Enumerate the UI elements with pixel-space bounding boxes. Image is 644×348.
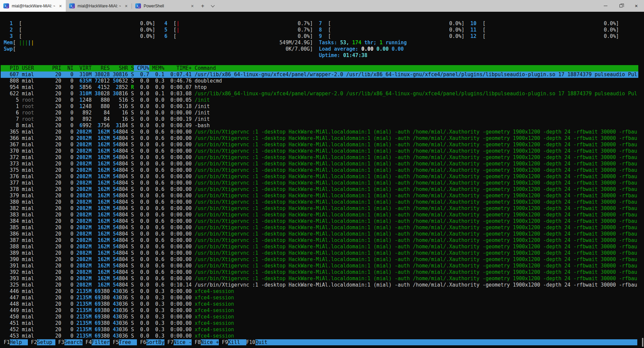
process-row-452[interactable]: 452 mial 20 0 2135M 69380 43036 S 0.0 0.… [1,327,638,333]
process-row-384[interactable]: 384 mial 20 0 2082M 162M 54804 S 0.0 0.6… [1,218,638,225]
close-button[interactable]: ✕ [629,0,644,12]
process-row-385[interactable]: 385 mial 20 0 2082M 162M 54804 S 0.0 0.6… [1,225,638,231]
process-row-383[interactable]: 383 mial 20 0 2082M 162M 54804 S 0.0 0.6… [1,212,638,218]
process-row-448[interactable]: 448 mial 20 0 2135M 69380 43036 S 0.0 0.… [1,301,638,307]
process-row-379[interactable]: 379 mial 20 0 2082M 162M 54804 S 0.0 0.6… [1,193,638,199]
process-row-380[interactable]: 380 mial 20 0 2082M 162M 54804 S 0.0 0.6… [1,199,638,205]
text-segment: 0.6 [149,212,164,218]
fkey-label-F7[interactable]: Nice - [174,339,192,345]
process-row-325[interactable]: 325 mial 20 0 2082M 162M 54804 S 0.0 0.6… [1,282,638,288]
tab-dropdown-button[interactable] [208,0,218,12]
process-row-386[interactable]: 386 mial 20 0 2082M 162M 54804 S 0.0 0.6… [1,231,638,237]
text-segment [73,167,77,173]
process-row-375[interactable]: 375 mial 20 0 2082M 162M 54804 S 0.0 0.6… [1,167,638,173]
text-segment: mial [22,161,49,167]
text-segment [110,97,119,103]
text-segment: 0 [61,129,73,135]
text-segment: 383 [1,212,19,218]
text-segment: 0 [61,135,73,141]
fkey-F6[interactable]: F6 [137,339,146,345]
text-segment: 5 [164,27,167,33]
fkey-F2[interactable]: F2 [28,339,37,345]
scrollbar-thumb[interactable] [642,338,643,347]
process-row-451[interactable]: 451 mial 20 0 2135M 69380 43036 S 0.0 0.… [1,320,638,327]
fkey-F4[interactable]: F4 [83,339,92,345]
text-segment: 2082M [77,154,92,160]
fkey-F10[interactable]: F10 [246,339,255,345]
tab-close-icon[interactable]: ✕ [123,3,129,9]
fkey-label-F1[interactable]: Help [10,339,28,345]
fkey-label-F2[interactable]: Setup [37,339,55,345]
text-segment: 162M [98,193,110,199]
tab-1[interactable]: ❯_mial@HackWare-MiAl: ~✕ [0,0,66,12]
text-segment [110,301,113,307]
process-row-370[interactable]: 370 mial 20 0 2082M 162M 54804 S 0.0 0.6… [1,148,638,154]
fkey-label-F5[interactable]: Tree [119,339,137,345]
fkey-F9[interactable]: F9 [219,339,228,345]
fkey-label-F4[interactable]: Filter [92,339,110,345]
text-segment: 0.0 [134,78,149,84]
text-segment: 375 [1,167,19,173]
process-row-5[interactable]: 5 root 20 0 1248 880 516 S 0.0 0.0 0:00.… [1,97,638,103]
restore-button[interactable] [613,0,629,12]
fkey-label-F6[interactable]: SortBy [146,339,164,345]
text-segment [13,27,19,33]
process-row-366[interactable]: 366 mial 20 0 2082M 162M 54804 S 0.0 0.6… [1,135,638,142]
process-row-8[interactable]: 8 mial 20 0 6992 3756 3184 S 0.0 0.0 0:0… [1,122,638,129]
process-row-453[interactable]: 453 mial 20 0 2135M 69380 43036 S 0.0 0.… [1,333,638,339]
process-row-372[interactable]: 372 mial 20 0 2082M 162M 54804 S 0.0 0.6… [1,154,638,161]
text-segment [73,142,77,148]
process-row-373[interactable]: 373 mial 20 0 2082M 162M 54804 S 0.0 0.6… [1,161,638,167]
fkey-label-F10[interactable]: Quit [255,339,274,345]
process-row-377[interactable]: 377 mial 20 0 2082M 162M 54804 S 0.0 0.6… [1,180,638,186]
text-segment: 20 [49,186,61,192]
process-row-6[interactable]: 6 root 20 0 892 84 16 S 0.0 0.0 0:00.00 … [1,110,638,116]
cpu-meter-row: 2 [ 0.0%] 5 [| 0.7%] 8 [ 0.0%] 11 [ 0.0% [1,27,638,33]
process-row-376[interactable]: 376 mial 20 0 2082M 162M 54804 S 0.0 0.6… [1,173,638,180]
htop-terminal[interactable]: 1 [ 0.0%] 4 [| 0.7%] 7 [ 0.0%] 10 [ 0.0% [0,12,644,348]
process-row-447[interactable]: 447 mial 20 0 2135M 69380 43036 S 0.0 0.… [1,295,638,301]
process-row-393[interactable]: 393 mial 20 0 2082M 162M 54804 S 0.0 0.6… [1,276,638,282]
new-tab-button[interactable]: + [198,0,208,12]
process-row-365[interactable]: 365 mial 20 0 2082M 162M 54804 S 0.0 0.6… [1,129,638,135]
tab-2[interactable]: ❯_mial@HackWare-MiAl: ~✕ [66,0,132,12]
fkey-F7[interactable]: F7 [164,339,174,345]
text-segment: /usr/bin/Xtigervnc :1 -desktop HackWare-… [195,282,637,288]
process-row-1[interactable]: 1 root 20 0 1248 880 516 S 0.0 0.0 0:00.… [1,103,638,110]
process-row-390[interactable]: 390 mial 20 0 2082M 162M 54804 S 0.0 0.6… [1,256,638,263]
fkey-F5[interactable]: F5 [110,339,119,345]
text-segment: 804 [119,231,128,237]
fkey-label-F9[interactable]: Kill [228,339,246,345]
text-segment: mial [22,218,49,224]
process-row-449[interactable]: 449 mial 20 0 2135M 69380 43036 S 0.0 0.… [1,307,638,314]
text-segment: 0:10.14 [164,282,192,288]
process-row-367[interactable]: 367 mial 20 0 2082M 162M 54804 S 0.0 0.6… [1,142,638,148]
fkey-F3[interactable]: F3 [55,339,64,345]
process-row-607[interactable]: 607 mial 20 0 310M 38028 30816 S 0.7 0.1… [1,71,638,78]
tab-close-icon[interactable]: ✕ [190,3,195,9]
process-row-388[interactable]: 388 mial 20 0 2082M 162M 54804 S 0.0 0.6… [1,244,638,250]
process-row-446[interactable]: 446 mial 20 0 2135M 69380 43036 S 0.0 0.… [1,288,638,295]
process-row-954[interactable]: 954 mial 20 0 5856 4152 2852 R 0.0 0.0 0… [1,84,638,91]
text-segment: 0:00.00 [164,142,192,148]
process-row-387[interactable]: 387 mial 20 0 2082M 162M 54804 S 0.0 0.6… [1,237,638,244]
process-row-391[interactable]: 391 mial 20 0 2082M 162M 54804 S 0.0 0.6… [1,263,638,269]
minimize-button[interactable] [598,0,613,12]
text-segment: S [128,301,134,307]
process-row-378[interactable]: 378 mial 20 0 2082M 162M 54804 S 0.0 0.6… [1,186,638,193]
process-row-808[interactable]: 808 mial 20 0 635M 72012 50632 S 0.0 0.3… [1,78,638,84]
tab-close-icon[interactable]: ✕ [58,3,63,9]
process-row-389[interactable]: 389 mial 20 0 2082M 162M 54804 S 0.0 0.6… [1,250,638,256]
process-row-450[interactable]: 450 mial 20 0 2135M 69380 43036 S 0.0 0.… [1,314,638,320]
process-row-7[interactable]: 7 root 20 0 892 84 16 S 0.0 0.0 0:00.19 … [1,116,638,122]
text-segment [73,218,77,224]
fkey-F8[interactable]: F8 [192,339,201,345]
process-table-header[interactable]: PID USER PRI NI VIRT RES SHR S CPU% MEM%… [1,65,638,71]
fkey-label-F3[interactable]: Search [64,339,83,345]
tab-3[interactable]: ❯_PowerShell✕ [132,0,198,12]
fkey-F1[interactable]: F1 [1,339,10,345]
fkey-label-F8[interactable]: Nice + [201,339,219,345]
process-row-622[interactable]: 622 mial 20 0 310M 38028 30816 S 0.0 0.1… [1,91,638,97]
process-row-392[interactable]: 392 mial 20 0 2082M 162M 54804 S 0.0 0.6… [1,269,638,276]
process-row-382[interactable]: 382 mial 20 0 2082M 162M 54804 S 0.0 0.6… [1,205,638,212]
